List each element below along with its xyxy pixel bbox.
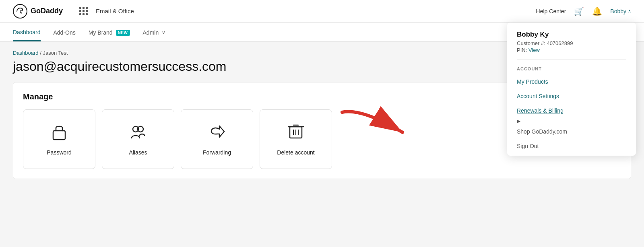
page-wrapper: Dashboard / Jason Test jason@acquirecust… [0, 42, 644, 247]
breadcrumb-current: Jason Test [43, 50, 68, 56]
chevron-up-icon: ∧ [628, 8, 631, 14]
dropdown-pin-label: PIN: [517, 47, 527, 53]
password-card[interactable]: Password [23, 109, 95, 169]
dropdown-username: Bobby Ky [517, 31, 626, 39]
tab-dashboard[interactable]: Dashboard [13, 29, 41, 41]
dropdown-account-settings[interactable]: Account Settings [507, 89, 636, 103]
notifications-button[interactable]: 🔔 [592, 6, 602, 16]
svg-rect-2 [53, 131, 65, 140]
tab-my-brand[interactable]: My Brand NEW [89, 29, 130, 41]
delete-icon [288, 123, 304, 143]
dropdown-sign-out[interactable]: Sign Out [507, 139, 636, 156]
grid-icon-wrap [79, 7, 88, 15]
dropdown-renewals-billing[interactable]: Renewals & Billing [507, 103, 636, 118]
header: GoDaddy Email & Office Help Center 🛒 🔔 B… [0, 0, 644, 23]
godaddy-logo[interactable]: GoDaddy [13, 4, 63, 19]
logo-text: GoDaddy [31, 7, 63, 15]
header-divider [71, 6, 71, 16]
dropdown-customer-number: Customer #: 407062899 [517, 40, 626, 46]
delete-account-card[interactable]: Delete account [260, 109, 332, 169]
dropdown-pin-row: PIN: View [517, 47, 626, 53]
password-label: Password [47, 149, 71, 156]
user-menu-button[interactable]: Bobby ∧ [610, 8, 631, 14]
new-badge: NEW [116, 30, 130, 36]
tab-admin-label: Admin [143, 29, 159, 36]
user-dropdown-menu: Bobby Ky Customer #: 407062899 PIN: View… [507, 23, 636, 156]
help-center-link[interactable]: Help Center [536, 8, 566, 14]
delete-account-label: Delete account [277, 149, 314, 156]
tab-dashboard-label: Dashboard [13, 29, 41, 35]
admin-chevron-icon: ∨ [162, 30, 165, 35]
cart-icon: 🛒 [574, 6, 584, 16]
tab-admin[interactable]: Admin ∨ [143, 29, 166, 41]
aliases-icon [129, 123, 147, 143]
tab-add-ons[interactable]: Add-Ons [54, 29, 76, 41]
dropdown-user-section: Bobby Ky Customer #: 407062899 PIN: View [507, 23, 636, 60]
cursor-area: ▶ [507, 118, 636, 124]
tab-add-ons-label: Add-Ons [54, 29, 76, 36]
cursor-icon: ▶ [517, 118, 520, 124]
forwarding-label: Forwarding [203, 149, 231, 156]
header-right: Help Center 🛒 🔔 Bobby ∧ [536, 6, 631, 16]
lock-icon [51, 123, 67, 143]
header-left: GoDaddy Email & Office [13, 4, 134, 19]
forwarding-icon [208, 123, 226, 143]
app-name-label: Email & Office [96, 8, 134, 14]
cart-button[interactable]: 🛒 [574, 6, 584, 16]
dropdown-account-label: ACCOUNT [507, 60, 636, 74]
aliases-card[interactable]: Aliases [102, 109, 174, 169]
grid-icon [79, 7, 88, 15]
dropdown-my-products[interactable]: My Products [507, 74, 636, 89]
forwarding-card[interactable]: Forwarding [181, 109, 253, 169]
dropdown-pin-view-link[interactable]: View [528, 47, 540, 53]
breadcrumb-dashboard-link[interactable]: Dashboard [13, 50, 39, 56]
user-name-label: Bobby [610, 8, 626, 14]
godaddy-logo-icon [13, 4, 27, 19]
aliases-label: Aliases [129, 149, 147, 156]
dropdown-shop-godaddy[interactable]: Shop GoDaddy.com [507, 124, 636, 139]
bell-icon: 🔔 [592, 6, 602, 16]
tab-my-brand-label: My Brand [89, 29, 113, 36]
